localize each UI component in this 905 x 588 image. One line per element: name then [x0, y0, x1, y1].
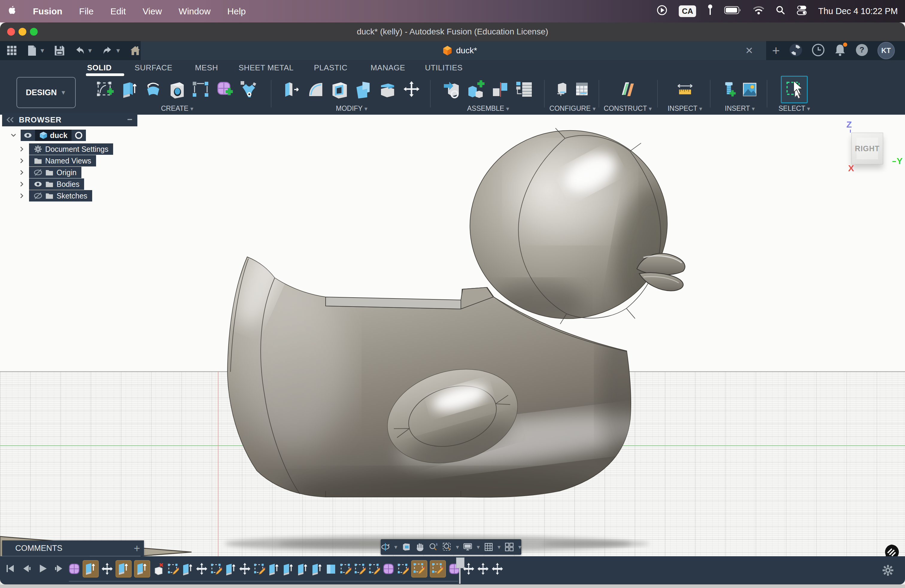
visibility-eye-icon[interactable] [34, 180, 42, 188]
section-label-insert[interactable]: INSERT ▾ [713, 105, 767, 113]
look-at-icon[interactable] [402, 542, 411, 552]
timeline-feature-extrude[interactable] [116, 560, 132, 577]
timeline-feature-rect[interactable] [325, 562, 337, 575]
timeline-feature-sketch[interactable] [354, 562, 366, 575]
minimize-panel-icon[interactable]: − [127, 114, 133, 124]
menu-view[interactable]: View [134, 6, 170, 16]
redo-button[interactable]: ▼ [102, 45, 121, 56]
timeline-feature-sketch[interactable] [210, 562, 222, 575]
timeline-feature-move[interactable] [101, 562, 113, 575]
comments-panel[interactable]: COMMENTS + [2, 540, 144, 556]
timeline-feature-extrude[interactable] [268, 562, 279, 575]
user-avatar[interactable]: KT [878, 42, 895, 59]
timeline-feature-sketch[interactable] [167, 562, 179, 575]
menu-edit[interactable]: Edit [102, 6, 134, 16]
chevron-right-icon[interactable] [19, 146, 25, 152]
wifi-icon[interactable] [753, 6, 764, 17]
app-grid-icon[interactable] [6, 45, 17, 56]
timeline-feature-extrude[interactable] [181, 562, 193, 575]
insert-fastener-icon[interactable] [722, 81, 738, 98]
undo-button[interactable]: ▼ [74, 45, 93, 56]
tab-surface[interactable]: SURFACE [135, 63, 172, 72]
spotlight-search-icon[interactable] [776, 5, 785, 17]
viewports-icon[interactable] [505, 542, 514, 552]
menu-app-name[interactable]: Fusion [25, 6, 71, 16]
timeline-playhead[interactable] [456, 558, 464, 584]
tree-row-named-views[interactable]: Named Views [19, 155, 96, 167]
configuration-icon[interactable] [554, 81, 571, 98]
tab-plastic[interactable]: PLASTIC [314, 63, 348, 72]
go-to-start-button[interactable] [5, 563, 16, 574]
tree-row-duck[interactable]: duck [11, 130, 86, 141]
tree-row-origin[interactable]: Origin [19, 167, 81, 178]
section-label-configure[interactable]: CONFIGURE ▾ [547, 105, 598, 113]
section-label-construct[interactable]: CONSTRUCT ▾ [602, 105, 654, 113]
apple-menu-icon[interactable] [0, 5, 25, 17]
home-view-icon[interactable] [130, 45, 141, 56]
step-back-button[interactable] [22, 563, 32, 574]
move-icon[interactable] [402, 80, 421, 99]
tree-row-bodies[interactable]: Bodies [19, 178, 84, 190]
timeline-feature-sketch[interactable] [411, 560, 427, 577]
view-cube[interactable]: RIGHT Z Y X [838, 118, 905, 186]
measure-icon[interactable] [675, 80, 695, 99]
combine-icon[interactable] [354, 80, 373, 99]
activate-radio-icon[interactable] [75, 131, 83, 140]
fit-icon[interactable] [442, 542, 452, 552]
chevron-down-icon[interactable] [11, 132, 16, 138]
screen-mirroring-icon[interactable] [657, 5, 667, 17]
chevron-right-icon[interactable] [19, 158, 25, 164]
section-label-select[interactable]: SELECT ▾ [770, 105, 818, 113]
revolve-icon[interactable] [144, 80, 163, 99]
automated-modeling-icon[interactable] [240, 80, 259, 99]
timeline-feature-form[interactable] [383, 562, 394, 575]
joint-icon[interactable] [491, 80, 510, 99]
save-icon[interactable] [54, 45, 65, 56]
workspace-selector[interactable]: DESIGN▼ [16, 77, 76, 108]
extrude-icon[interactable] [120, 80, 139, 99]
tab-sheet-metal[interactable]: SHEET METAL [238, 63, 294, 72]
file-menu-button[interactable]: ▼ [26, 45, 46, 56]
collapse-panel-icon[interactable] [6, 117, 14, 123]
tree-row-document-settings[interactable]: Document Settings [19, 143, 113, 155]
help-icon[interactable]: ? [855, 43, 868, 58]
minimize-window-button[interactable] [19, 28, 26, 36]
sync-status-icon[interactable] [789, 43, 803, 58]
timeline-feature-extrude[interactable] [134, 560, 150, 577]
tab-utilities[interactable]: UTILITIES [425, 63, 463, 72]
tab-solid[interactable]: SOLID [87, 63, 112, 72]
section-label-assemble[interactable]: ASSEMBLE ▾ [434, 105, 542, 113]
fit-caret[interactable]: ▾ [456, 544, 459, 551]
timeline-settings-gear-icon[interactable] [882, 564, 894, 577]
grid-settings-icon[interactable] [484, 542, 493, 552]
create-form-icon[interactable] [216, 80, 235, 99]
timeline-feature-form[interactable] [68, 562, 80, 575]
timeline-feature-delete[interactable] [152, 562, 165, 575]
view-cube-face[interactable]: RIGHT [851, 133, 883, 164]
hidden-eye-slash-icon[interactable] [34, 168, 42, 176]
orbit-icon[interactable] [381, 542, 390, 552]
create-sketch-icon[interactable] [96, 80, 115, 99]
orbit-caret[interactable]: ▾ [394, 544, 397, 551]
viewports-caret[interactable]: ▾ [518, 544, 521, 551]
fillet-icon[interactable] [306, 80, 325, 99]
zoom-window-button[interactable] [30, 28, 38, 36]
timeline-feature-extrude[interactable] [282, 562, 294, 575]
timeline-feature-sketch[interactable] [368, 562, 380, 575]
menu-file[interactable]: File [71, 6, 102, 16]
menu-window[interactable]: Window [170, 6, 219, 16]
tree-row-sketches[interactable]: Sketches [19, 190, 92, 202]
notifications-bell-icon[interactable] [834, 43, 846, 58]
browser-header[interactable]: BROWSER − [2, 113, 137, 126]
timeline-feature-sketch[interactable] [253, 562, 265, 575]
chevron-right-icon[interactable] [19, 170, 25, 175]
display-caret[interactable]: ▾ [477, 544, 480, 551]
timeline-feature-extrude[interactable] [83, 560, 99, 577]
timeline-feature-move[interactable] [239, 562, 251, 575]
timeline-feature-move[interactable] [196, 562, 208, 575]
timeline-feature-extrude[interactable] [296, 562, 308, 575]
timeline-feature-sketch[interactable] [340, 562, 351, 575]
location-pin-icon[interactable] [708, 4, 713, 18]
timeline-feature-move[interactable] [477, 562, 489, 575]
zoom-icon[interactable]: ± [429, 542, 438, 552]
